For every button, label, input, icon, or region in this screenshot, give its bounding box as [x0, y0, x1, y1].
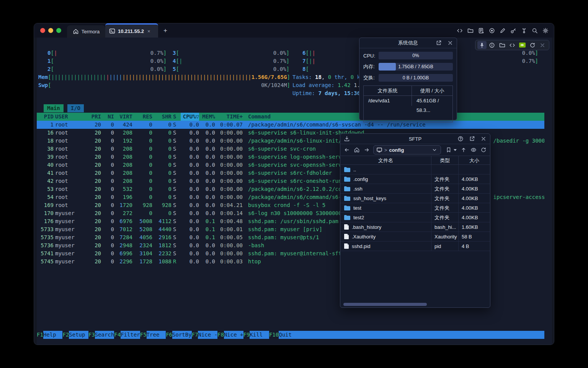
folder-icon [344, 177, 350, 182]
filesystem-table: 文件系统使用 / 大小/dev/vda145.61GB / 58.3... [363, 85, 453, 122]
folder-icon[interactable] [498, 41, 507, 49]
file-row[interactable]: .config文件夹4.00KB [340, 174, 490, 184]
column-header-pid[interactable]: PID [37, 113, 54, 121]
fn-key-f4: F4 [114, 331, 121, 339]
column-header-s[interactable]: S [172, 113, 181, 121]
open-in-window-icon[interactable] [435, 39, 442, 46]
column-type[interactable]: 类型 [431, 156, 459, 164]
fn-key-f3: F3 [88, 331, 95, 339]
folder-icon[interactable] [467, 27, 474, 34]
log-icon[interactable] [478, 27, 484, 34]
folder-icon [344, 215, 350, 220]
file-row[interactable]: .ssh文件夹4.00KB [340, 184, 490, 194]
help-icon[interactable] [457, 135, 464, 142]
bookmark-icon[interactable] [444, 146, 453, 153]
close-icon[interactable] [447, 39, 454, 46]
fn-action-filter[interactable]: Filter [121, 331, 140, 339]
file-row[interactable]: ssh_host_keys文件夹4.00KB [340, 194, 490, 203]
fn-action-search[interactable]: Search [95, 331, 114, 339]
sftp-titlebar: SFTP [340, 134, 490, 144]
column-header-ni[interactable]: NI [101, 113, 114, 121]
column-header-cpu[interactable]: CPU%▽ [181, 113, 199, 121]
fn-action-nice-+[interactable]: Nice + [224, 331, 243, 339]
nvidia-icon[interactable] [518, 41, 527, 49]
file-row[interactable]: .bash_historybash_hi...1.60KB [340, 222, 490, 232]
keychain-icon[interactable] [521, 27, 527, 34]
zoom-window-button[interactable] [56, 28, 61, 33]
process-table-header[interactable]: PIDUSERPRINIVIRTRESSHRSCPU%▽MEM%TIME+Com… [37, 113, 544, 121]
sysinfo-meter: CPU:0% [359, 52, 457, 59]
fn-action-kill[interactable]: Kill [250, 331, 269, 339]
column-header-user[interactable]: USER [54, 113, 84, 121]
column-size[interactable]: 大小 [459, 156, 490, 164]
fn-action-sortby[interactable]: SortBy [172, 331, 192, 339]
fn-action-setup[interactable]: Setup [69, 331, 88, 339]
horizontal-scrollbar[interactable] [341, 302, 489, 306]
show-hidden-icon[interactable] [470, 146, 477, 153]
file-row[interactable]: sshd.pidpid4 B [340, 242, 490, 251]
info-icon[interactable] [487, 41, 497, 49]
folder-icon [344, 205, 350, 210]
column-header-pri[interactable]: PRI [84, 113, 101, 121]
file-row[interactable]: .XauthorityXauthority58 B [340, 232, 490, 242]
settings-icon[interactable] [542, 27, 549, 34]
htop-tab-main[interactable]: Main [44, 104, 64, 112]
back-icon[interactable] [343, 146, 350, 153]
pin-icon[interactable] [477, 41, 487, 49]
app-window: Termora 10.211.55.2 × + 0[|0.7%]1[0.0%]2… [34, 23, 554, 345]
fn-action-nice--[interactable]: Nice - [198, 331, 217, 339]
column-header-shr[interactable]: SHR [152, 113, 172, 121]
minimize-window-button[interactable] [48, 28, 53, 33]
key-icon[interactable] [510, 27, 516, 34]
file-row[interactable]: test文件夹4.00KB [340, 203, 490, 213]
column-filename[interactable]: 文件名 [340, 156, 431, 164]
fn-action-help[interactable]: Help [43, 331, 63, 339]
app-home-tab[interactable]: Termora [67, 25, 105, 38]
process-row[interactable]: 1root20042400S0.00.00:00.07/package/admi… [37, 121, 544, 129]
file-row[interactable]: test2文件夹4.00KB [340, 213, 490, 222]
download-icon[interactable] [343, 135, 350, 142]
session-tab-label: 10.211.55.2 [118, 28, 144, 34]
column-header-virt[interactable]: VIRT [114, 113, 132, 121]
app-tab-label: Termora [82, 29, 100, 34]
bookmark-caret-icon[interactable] [453, 146, 457, 153]
tab-close-button[interactable]: × [147, 28, 150, 34]
close-window-button[interactable] [40, 28, 45, 33]
filesystem-row[interactable]: /dev/vda145.61GB / 58.3... [364, 96, 452, 106]
cpu-meter-5: 5[0.0%] [173, 65, 289, 73]
fn-action-tree[interactable]: Tree [147, 331, 166, 339]
forward-icon[interactable] [363, 146, 370, 153]
upload-icon[interactable] [460, 146, 467, 153]
fn-key-f5: F5 [140, 331, 147, 339]
record-icon[interactable] [488, 27, 495, 34]
sync-icon[interactable] [528, 41, 537, 49]
code-icon[interactable] [508, 41, 517, 49]
path-breadcrumb[interactable]: > config [373, 145, 441, 154]
code-icon[interactable] [456, 27, 463, 34]
close-icon[interactable] [538, 41, 547, 49]
close-icon[interactable] [480, 135, 487, 142]
column-header-mem[interactable]: MEM% [199, 113, 215, 121]
file-row[interactable]: .. [340, 165, 490, 174]
htop-tab-io[interactable]: I/O [67, 104, 84, 112]
scrollbar-thumb[interactable] [343, 303, 427, 306]
new-tab-button[interactable]: + [161, 26, 170, 35]
session-tab[interactable]: 10.211.55.2 × [105, 23, 158, 38]
file-table-header[interactable]: 文件名类型大小 [340, 156, 490, 165]
column-header-res[interactable]: RES [132, 113, 152, 121]
column-header-time[interactable]: TIME+ [215, 113, 243, 121]
home-icon[interactable] [353, 146, 360, 153]
path-segment: config [389, 147, 404, 153]
open-in-window-icon[interactable] [469, 135, 475, 142]
file-icon [344, 243, 349, 249]
sftp-nav: > config [340, 144, 490, 156]
refresh-icon[interactable] [480, 146, 487, 153]
cpu-meter-1: 1[0.0%] [47, 57, 167, 65]
edit-icon[interactable] [499, 27, 506, 34]
fn-key-f7: F7 [192, 331, 198, 339]
fn-action-quit[interactable]: Quit [279, 331, 298, 339]
folder-icon [344, 196, 350, 201]
filesystem-table-header: 文件系统使用 / 大小 [364, 86, 452, 96]
search-icon[interactable] [531, 27, 538, 34]
chevron-down-icon[interactable] [431, 146, 438, 153]
